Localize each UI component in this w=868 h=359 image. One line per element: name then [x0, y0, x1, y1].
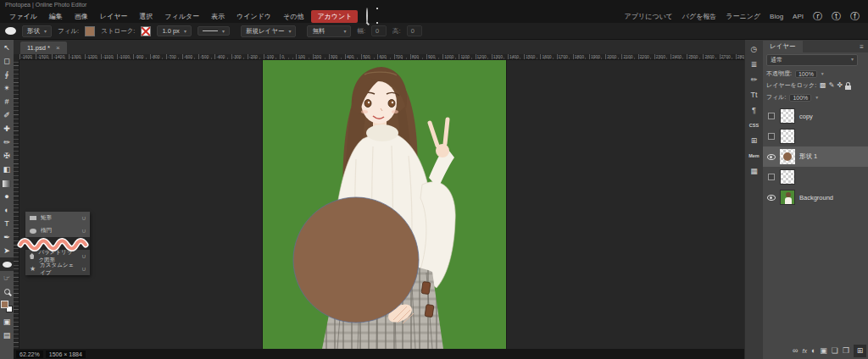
brush-tool[interactable]: ✏ [0, 135, 14, 149]
shape-tool[interactable] [0, 257, 14, 271]
parametric-select[interactable]: 無料 ▾ [307, 25, 351, 37]
eye-icon[interactable] [767, 154, 776, 160]
document-canvas[interactable] [263, 60, 506, 349]
crop-tool[interactable]: # [0, 95, 14, 108]
visibility-checkbox[interactable] [768, 113, 775, 119]
link-report-bug[interactable]: バグを報告 [682, 12, 717, 21]
height-field[interactable]: 0 [407, 25, 422, 36]
layout-panel-icon[interactable]: ⊞ [745, 133, 764, 148]
facebook-icon[interactable]: ⓕ [850, 10, 860, 23]
eyedropper-tool[interactable]: ✐ [0, 108, 14, 122]
lock-transparency-icon[interactable]: ▩ [820, 82, 826, 89]
new-layer-icon[interactable]: ❐ [843, 346, 849, 355]
color-swatches[interactable] [1, 301, 13, 312]
paragraph-panel-icon[interactable]: ¶ [745, 102, 764, 118]
layer-row-empty-1[interactable] [763, 126, 868, 146]
lock-all-icon[interactable] [845, 86, 851, 90]
adjustments-panel-icon[interactable]: ≣ [745, 57, 764, 72]
canvas-area[interactable] [19, 60, 744, 349]
fill-opacity-value[interactable]: 100% [789, 94, 811, 102]
link-blog[interactable]: Blog [770, 13, 783, 20]
eraser-tool[interactable]: ◧ [0, 163, 14, 176]
link-api[interactable]: API [793, 13, 804, 20]
history-panel-icon[interactable]: ◷ [745, 41, 764, 57]
close-icon[interactable]: × [56, 44, 60, 52]
reddit-icon[interactable]: ⓡ [813, 10, 822, 23]
lock-position-icon[interactable]: ✜ [837, 82, 843, 89]
new-folder-icon[interactable]: ❏ [832, 346, 838, 355]
foreground-color-swatch[interactable] [1, 301, 8, 308]
draw-mode-select[interactable]: 形状 ▾ [22, 25, 52, 37]
clone-stamp-tool[interactable]: ✠ [0, 149, 14, 163]
hand-tool[interactable]: ☞ [0, 271, 14, 284]
link-layers-icon[interactable]: ∞ [793, 346, 798, 355]
zoom-tool[interactable] [0, 284, 14, 298]
menu-view[interactable]: 表示 [205, 10, 231, 23]
type-tool[interactable]: T [0, 217, 14, 230]
new-layer-select[interactable]: 新規レイヤー ▾ [241, 25, 297, 37]
shape-option-ellipse[interactable]: 楕円 U [25, 224, 90, 237]
menu-layer[interactable]: レイヤー [94, 10, 134, 23]
screen-mode-button[interactable]: ▤ [0, 329, 14, 342]
layer-thumbnail[interactable] [780, 129, 795, 144]
delete-layer-icon[interactable]: ⊞ [854, 345, 866, 357]
character-panel-icon[interactable]: Tt [745, 87, 764, 102]
visibility-checkbox[interactable] [768, 133, 775, 140]
chevron-down-icon[interactable]: ▼ [821, 71, 825, 76]
stroke-color-swatch[interactable] [141, 26, 151, 36]
layer-effects-icon[interactable]: fx [802, 348, 806, 354]
eye-icon[interactable] [767, 195, 776, 201]
document-tab[interactable]: 11.psd * × [20, 41, 67, 54]
pen-tool[interactable]: ✒ [0, 230, 14, 244]
panel-menu-icon[interactable]: ≡ [855, 41, 868, 52]
account-button[interactable]: アカウント [311, 10, 358, 23]
layer-thumbnail[interactable] [780, 190, 795, 205]
memory-panel-icon[interactable]: Mem [745, 148, 764, 163]
mask-mode-button[interactable]: ▣ [0, 315, 14, 329]
magic-wand-tool[interactable]: ✴ [0, 81, 14, 95]
gradient-tool[interactable] [0, 176, 14, 190]
layer-thumbnail[interactable] [780, 108, 795, 124]
blend-mode-select[interactable]: 通常 ▾ [766, 54, 858, 66]
adjustment-layer-icon[interactable]: ◐ [811, 346, 815, 355]
menu-edit[interactable]: 編集 [43, 10, 69, 23]
shape-option-custom[interactable]: ★ カスタムシェイプ U [25, 262, 90, 275]
path-select-tool[interactable]: ➤ [0, 244, 14, 257]
layer-thumbnail[interactable] [780, 149, 795, 164]
twitter-icon[interactable]: ⓣ [832, 10, 841, 23]
heal-tool[interactable]: ✚ [0, 122, 14, 135]
search-icon[interactable] [366, 8, 368, 24]
link-learning[interactable]: ラーニング [726, 12, 760, 21]
menu-filter[interactable]: フィルター [159, 10, 205, 23]
layer-row-shape-1[interactable]: 形状 1 [763, 146, 868, 167]
menu-more[interactable]: その他 [277, 10, 309, 23]
dodge-tool[interactable]: ◐ [0, 203, 14, 217]
zoom-level[interactable]: 62.22% [16, 351, 43, 358]
brush-panel-icon[interactable]: ✏ [745, 72, 764, 87]
layer-mask-icon[interactable]: ▣ [820, 346, 827, 355]
layer-row-background[interactable]: Background [763, 187, 868, 207]
shape-option-rectangle[interactable]: 矩形 U [25, 212, 90, 224]
layers-tab[interactable]: レイヤー [763, 41, 803, 52]
move-tool[interactable]: ↖ [0, 41, 14, 54]
link-about[interactable]: アプリについて [624, 12, 672, 21]
layer-row-empty-2[interactable] [763, 167, 868, 187]
menu-window[interactable]: ウインドウ [231, 10, 277, 23]
layer-row-copy[interactable]: copy [763, 106, 868, 126]
stroke-style-select[interactable]: ▾ [198, 26, 230, 36]
fullscreen-icon[interactable] [376, 8, 378, 24]
blur-tool[interactable]: ● [0, 190, 14, 203]
layer-thumbnail[interactable] [780, 169, 795, 185]
menu-file[interactable]: ファイル [3, 10, 43, 23]
menu-image[interactable]: 画像 [69, 10, 94, 23]
chevron-down-icon[interactable]: ▼ [815, 95, 819, 100]
fill-color-swatch[interactable] [85, 26, 95, 36]
opacity-value[interactable]: 100% [795, 70, 817, 78]
image-panel-icon[interactable]: ▦ [745, 163, 764, 179]
css-panel-icon[interactable]: CSS [745, 118, 764, 133]
rect-select-tool[interactable]: ◻ [0, 54, 14, 68]
stroke-width-select[interactable]: 1.0 px ▾ [157, 25, 191, 36]
visibility-checkbox[interactable] [768, 174, 775, 180]
lasso-tool[interactable]: ∮ [0, 68, 14, 81]
width-field[interactable]: 0 [371, 25, 387, 36]
